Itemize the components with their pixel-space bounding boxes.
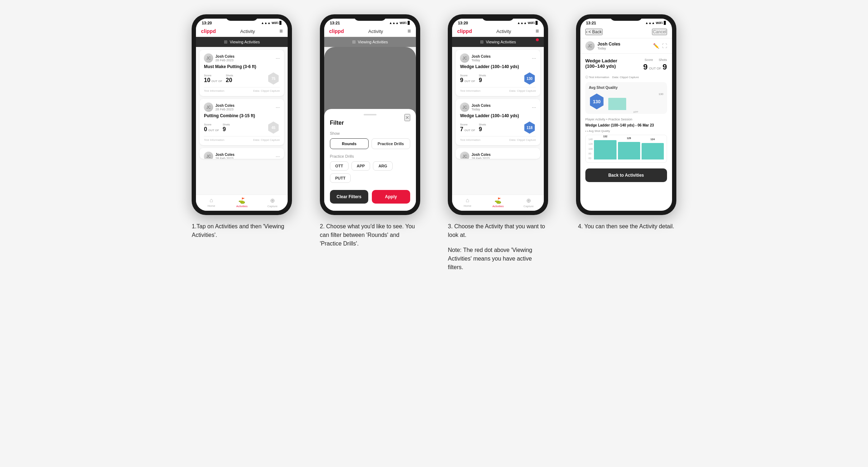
filter-bar-1[interactable]: ⊞ Viewing Activities <box>196 37 288 47</box>
score-group-3-1: Score 9 OUT OF <box>460 74 475 84</box>
dots-1-1[interactable]: ··· <box>276 55 280 61</box>
header-title-3: Activity <box>497 29 511 34</box>
filter-bar-text-2: Viewing Activities <box>358 40 388 44</box>
sq-hex-3-2: 118 <box>523 121 536 134</box>
nav-activities-3[interactable]: ⛳ Activities <box>483 197 513 208</box>
filter-bar-3[interactable]: ⊞ Viewing Activities <box>452 37 544 47</box>
status-icons-1: ▲▲▲ WiFi ▊ <box>261 21 282 25</box>
sq-chart: 130 APP <box>608 92 663 110</box>
large-bar-chart: 140 120 100 80 60 132 <box>585 135 667 163</box>
nav-capture-3[interactable]: ⊕ Capture <box>513 197 544 208</box>
chart-max-label: 130 <box>608 92 663 96</box>
modal-overlay-2: ✕ Filter Show Rounds Practice Drills Pra… <box>324 47 416 211</box>
sq-badge-3-1: 130 <box>523 72 536 85</box>
dots-1-3[interactable]: ··· <box>276 153 280 159</box>
logo-3: clippd <box>457 28 472 34</box>
stats-row-3-2: Score 7 OUT OF Shots 9 <box>460 121 536 134</box>
card-footer-1-2: Test Information Data: Clippd Capture <box>204 136 280 142</box>
nav-home-label-3: Home <box>464 204 471 208</box>
sq-section: Avg Shot Quality 130 130 APP <box>585 82 667 114</box>
score-val-3-1: 9 OUT OF <box>460 77 475 84</box>
edit-icon[interactable]: ✏️ <box>653 43 659 49</box>
back-activities-button[interactable]: Back to Activities <box>585 168 667 182</box>
menu-icon-2[interactable]: ≡ <box>407 28 411 34</box>
drill-putt[interactable]: PUTT <box>330 173 351 183</box>
filter-modal: ✕ Filter Show Rounds Practice Drills Pra… <box>324 109 416 211</box>
practice-drills-button[interactable]: Practice Drills <box>371 138 410 149</box>
activities-list-1: JC Josh Coles 28 Feb 2023 ··· Must Make … <box>196 47 288 195</box>
dots-3-2[interactable]: ··· <box>532 104 536 110</box>
user-date-3-2: Today <box>471 108 490 111</box>
dots-1-2[interactable]: ··· <box>276 104 280 110</box>
bar-val-1: 132 <box>603 135 608 138</box>
nav-capture-1[interactable]: ⊕ Capture <box>257 197 288 208</box>
card-footer-1-1: Test Information Data: Clippd Capture <box>204 87 280 92</box>
drill-app[interactable]: APP <box>351 161 370 171</box>
clear-filters-button[interactable]: Clear Filters <box>330 190 368 204</box>
detail-user-date: Today <box>598 47 620 50</box>
filter-bar-2[interactable]: ⊞ Viewing Activities <box>324 37 416 47</box>
filter-icon-1: ⊞ <box>224 39 227 44</box>
detail-info-row: ⓘ Test Information Data: Clippd Capture <box>585 75 667 79</box>
step-3-column: 13:20 ▲▲▲ WiFi ▊ clippd Activity ≡ <box>440 14 557 272</box>
nav-capture-label-1: Capture <box>267 205 277 208</box>
avatar-3-2: JC <box>460 103 469 112</box>
activity-card-1-2[interactable]: JC Josh Coles 28 Feb 2023 ··· Putting Co… <box>200 99 284 145</box>
activity-card-3-1[interactable]: JC Josh Coles Today ··· Wedge Ladder (10… <box>456 50 540 96</box>
score-val-1-1: 10 OUT OF <box>204 77 222 84</box>
nav-activities-1[interactable]: ⛳ Activities <box>227 197 257 208</box>
avatar-1-1: JC <box>204 53 213 63</box>
dots-3-1[interactable]: ··· <box>532 55 536 61</box>
rounds-button[interactable]: Rounds <box>330 138 369 149</box>
activity-card-3-2[interactable]: JC Josh Coles Today ··· Wedge Ladder (10… <box>456 99 540 145</box>
shots-val-3-1: 9 <box>479 77 486 84</box>
nav-home-1[interactable]: ⌂ Home <box>196 197 226 208</box>
card-footer-3-1: Test Information Data: Clippd Capture <box>460 87 536 92</box>
shots-group-3-1: Shots 9 <box>479 74 486 84</box>
sq-title: Avg Shot Quality <box>589 86 663 90</box>
nav-home-3[interactable]: ⌂ Home <box>452 197 483 208</box>
activity-card-3-3[interactable]: JC Josh Coles 28 Feb 2023 <box>456 148 540 159</box>
cancel-button-4[interactable]: Cancel <box>652 29 667 35</box>
battery-2: ▊ <box>408 21 410 25</box>
activity-card-1-1[interactable]: JC Josh Coles 28 Feb 2023 ··· Must Make … <box>200 50 284 96</box>
activities-icon-1: ⛳ <box>238 197 245 204</box>
activity-card-1-3[interactable]: JC Josh Coles 28 Feb 2023 ··· <box>200 148 284 159</box>
drill-ott[interactable]: OTT <box>330 161 349 171</box>
user-info-3-1: JC Josh Coles Today <box>460 53 490 63</box>
card-header-3-3: JC Josh Coles 28 Feb 2023 <box>460 152 536 159</box>
user-date-1-2: 28 Feb 2023 <box>215 108 234 111</box>
nav-home-label-1: Home <box>207 204 215 208</box>
shots-group-1-2: Shots 9 <box>222 123 230 133</box>
user-name-1-2: Josh Coles <box>215 104 234 108</box>
logo-text-1: clippd <box>201 28 216 34</box>
modal-actions: Clear Filters Apply <box>330 190 410 204</box>
back-button[interactable]: ‹ < Back <box>585 29 603 35</box>
user-info-1-3: JC Josh Coles 28 Feb 2023 <box>204 152 234 159</box>
drill-arg[interactable]: ARG <box>373 161 392 171</box>
time-4: 13:21 <box>586 21 596 25</box>
phone-4: 13:21 ▲▲▲ WiFi ▊ ‹ < Back Cancel <box>576 14 676 215</box>
modal-close-button[interactable]: ✕ <box>404 114 410 121</box>
sq-hex-1-1: 75 <box>267 72 279 85</box>
detail-user-info: JC Josh Coles Today <box>585 41 620 51</box>
notch-2 <box>354 14 386 21</box>
user-date-3-3: 28 Feb 2023 <box>471 157 490 159</box>
activity-title-1-2: Putting Combine (3-15 ft) <box>204 113 280 118</box>
apply-button[interactable]: Apply <box>372 190 410 204</box>
menu-icon-1[interactable]: ≡ <box>279 28 283 34</box>
detail-action-icons: ✏️ ⛶ <box>653 43 667 49</box>
home-icon-1: ⌂ <box>210 197 213 204</box>
modal-title: Filter <box>330 120 410 126</box>
red-dot-3 <box>536 38 539 41</box>
activity-title-3-2: Wedge Ladder (100–140 yds) <box>460 113 536 118</box>
user-name-1-1: Josh Coles <box>215 54 234 58</box>
menu-icon-3[interactable]: ≡ <box>536 28 539 34</box>
detail-activity-title: Wedge Ladder(100–140 yds) <box>585 58 643 72</box>
stats-row-1-2: Score 0 OUT OF Shots 9 <box>204 121 280 134</box>
filter-icon-3: ⊞ <box>480 39 484 44</box>
expand-icon[interactable]: ⛶ <box>662 43 667 49</box>
signal-2: ▲▲▲ <box>389 21 399 25</box>
user-name-3-1: Josh Coles <box>471 54 490 58</box>
activity-title-1-1: Must Make Putting (3-6 ft) <box>204 64 280 69</box>
